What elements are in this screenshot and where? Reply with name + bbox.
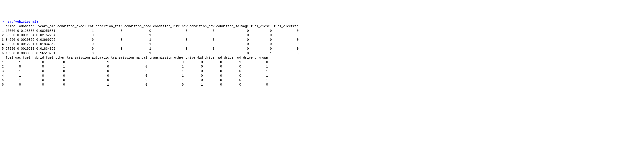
table-row: 6 19900 0.0088000 0.16513761 0 0 1 0 0 0… xyxy=(2,51,298,55)
console-command: head(vehicles_ml) xyxy=(6,20,38,24)
table1-header: price odometer years_old condition_excel… xyxy=(2,25,298,28)
table-row: 5 1 0 0 0 0 1 0 0 0 1 xyxy=(2,78,268,82)
console-prompt: > xyxy=(2,20,6,24)
table-row: 1 15000 0.0128000 0.08256881 1 0 0 0 0 0… xyxy=(2,29,298,33)
table-row: 3 1 0 0 0 0 1 0 0 0 1 xyxy=(2,69,268,73)
table2-header: fuel_gas fuel_hybrid fuel_other transmis… xyxy=(2,56,268,59)
table-row: 4 38990 0.0012231 0.01834862 0 0 1 0 0 0… xyxy=(2,42,298,46)
table-row: 5 27990 0.0010688 0.01834862 0 0 1 0 0 0… xyxy=(2,47,298,51)
table-row: 2 0 0 1 0 0 1 0 0 0 1 xyxy=(2,65,268,68)
table-row: 4 1 0 0 0 0 1 0 0 0 1 xyxy=(2,74,268,78)
table-row: 3 34590 0.0020856 0.03669725 0 0 1 0 0 0… xyxy=(2,38,298,42)
table-row: 6 0 0 0 1 0 0 1 0 0 0 xyxy=(2,83,268,87)
table-row: 1 1 0 0 1 0 0 0 0 1 0 xyxy=(2,60,268,64)
table-row: 2 30990 0.0001834 0.02752294 0 0 1 0 0 0… xyxy=(2,33,298,37)
